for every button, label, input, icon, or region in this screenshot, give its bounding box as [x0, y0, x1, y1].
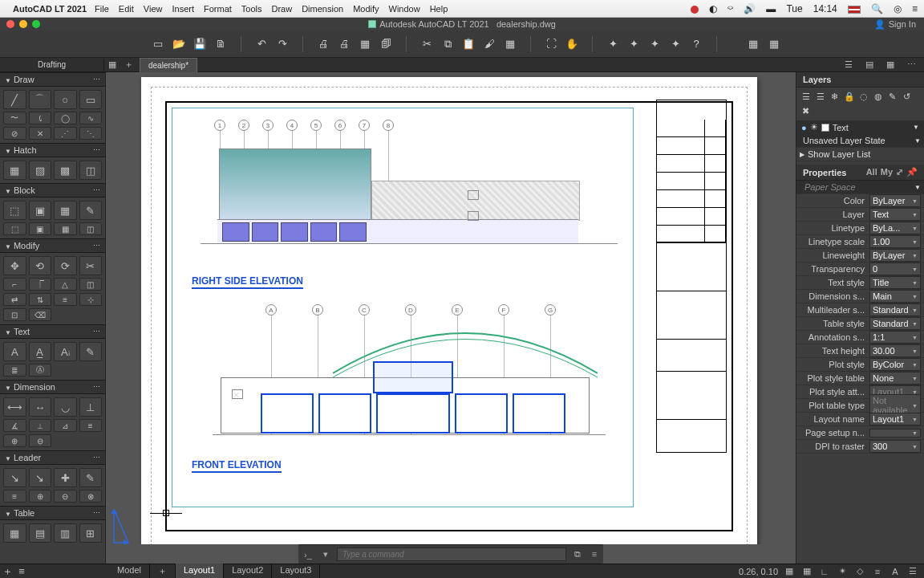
- layout-new-tab[interactable]: ＋: [150, 564, 176, 578]
- panel-header-leader[interactable]: ▼Leader⋯: [0, 450, 105, 465]
- dimension-tool-7[interactable]: ≡: [79, 419, 103, 432]
- text-tool-4[interactable]: ≣: [3, 364, 26, 377]
- clock-day[interactable]: Tue: [786, 3, 802, 14]
- modify-tool-2[interactable]: ⟳: [54, 256, 77, 275]
- prop-row-12[interactable]: Plot styleByColor▼: [796, 358, 924, 372]
- dimension-tool-2[interactable]: ◡: [54, 397, 77, 417]
- menu-file[interactable]: File: [95, 4, 109, 14]
- command-customize-icon[interactable]: ⧉: [571, 548, 584, 561]
- layer-color-swatch[interactable]: [821, 124, 829, 132]
- modify-tool-4[interactable]: ⌐: [3, 278, 26, 291]
- prop-row-17[interactable]: Page setup n...▼: [796, 426, 924, 440]
- layer-iso-icon[interactable]: ◍: [872, 91, 884, 103]
- hatch-tool-3[interactable]: ◫: [79, 161, 103, 180]
- props-expand-icon[interactable]: ⤢: [896, 167, 903, 177]
- redo-button[interactable]: ↷: [274, 35, 291, 53]
- battery-icon[interactable]: ▬: [766, 3, 776, 14]
- siri-icon[interactable]: ◎: [894, 3, 902, 14]
- panel-header-modify[interactable]: ▼Modify⋯: [0, 238, 105, 253]
- panel-header-table[interactable]: ▼Table⋯: [0, 506, 105, 520]
- table-tool-3[interactable]: ⊞: [79, 523, 103, 543]
- block-tool-4[interactable]: ⬚: [3, 222, 26, 235]
- hatch-tool-1[interactable]: ▨: [29, 161, 52, 180]
- modify-tool-5[interactable]: ⎾: [29, 278, 52, 291]
- layer-lock-icon[interactable]: 🔒: [843, 91, 855, 103]
- menu-view[interactable]: View: [144, 4, 163, 14]
- volume-icon[interactable]: 🔊: [744, 3, 756, 14]
- modify-tool-0[interactable]: ✥: [3, 256, 26, 275]
- lineweight-toggle[interactable]: ≡: [871, 565, 884, 578]
- menu-dimension[interactable]: Dimension: [302, 4, 343, 14]
- block-tool-5[interactable]: ▣: [29, 222, 52, 235]
- layout-tab-layout1[interactable]: Layout1: [176, 564, 224, 578]
- palette-more-icon[interactable]: ⋯: [905, 59, 918, 71]
- ortho-toggle[interactable]: ∟: [818, 565, 831, 578]
- spotlight-icon[interactable]: 🔍: [871, 3, 883, 14]
- modify-tool-9[interactable]: ⇅: [29, 293, 52, 306]
- tabs-add-icon[interactable]: ＋: [122, 59, 135, 71]
- layer-states-icon[interactable]: ☰: [814, 91, 826, 103]
- osnap-toggle[interactable]: ◇: [853, 565, 866, 578]
- wifi-icon[interactable]: ⌔: [727, 3, 733, 14]
- modify-tool-8[interactable]: ⇄: [3, 293, 26, 306]
- layer-match-icon[interactable]: ✎: [886, 91, 898, 103]
- layout-tab-layout2[interactable]: Layout2: [224, 564, 272, 578]
- show-layer-list[interactable]: ▶Show Layer List: [796, 148, 924, 161]
- panel-header-hatch[interactable]: ▼Hatch⋯: [0, 143, 105, 157]
- leader-tool-2[interactable]: ✚: [54, 468, 77, 487]
- help-button[interactable]: ?: [687, 35, 705, 53]
- draw-tool-1[interactable]: ⌒: [29, 90, 52, 109]
- prop-row-4[interactable]: LineweightByLayer▼: [796, 249, 924, 263]
- window-close-button[interactable]: [6, 20, 14, 28]
- prop-row-10[interactable]: Annotation s...1:1▼: [796, 331, 924, 344]
- annoscale-toggle[interactable]: A: [889, 565, 902, 578]
- dimension-tool-4[interactable]: ∡: [3, 419, 26, 432]
- app-menu[interactable]: AutoCAD LT 2021: [13, 4, 87, 14]
- customize-status-icon[interactable]: ☰: [906, 565, 919, 578]
- area-button[interactable]: ✦: [625, 35, 642, 53]
- layer-delete-icon[interactable]: ✖: [800, 105, 812, 117]
- props-pin-icon[interactable]: 📌: [906, 167, 918, 177]
- prop-row-8[interactable]: Multileader s...Standard▼: [796, 303, 924, 317]
- file-tab-active[interactable]: dealership*: [140, 58, 197, 72]
- prop-row-13[interactable]: Plot style tableNone▼: [796, 372, 924, 385]
- menu-tools[interactable]: Tools: [241, 4, 262, 14]
- menu-window[interactable]: Window: [389, 4, 420, 14]
- table-tool-0[interactable]: ▦: [3, 523, 26, 543]
- text-tool-5[interactable]: Ⓐ: [29, 364, 52, 377]
- menu-help[interactable]: Help: [430, 4, 448, 14]
- layer-state-selector[interactable]: Unsaved Layer State▼: [796, 134, 924, 148]
- menu-insert[interactable]: Insert: [172, 4, 194, 14]
- command-input[interactable]: [337, 547, 566, 561]
- cut-button[interactable]: ✂: [418, 35, 436, 53]
- prop-row-0[interactable]: ColorByLayer▼: [796, 194, 924, 208]
- save-button[interactable]: 💾: [191, 35, 209, 53]
- palette-props-icon[interactable]: ▤: [863, 59, 876, 71]
- menu-edit[interactable]: Edit: [119, 4, 134, 14]
- leader-tool-3[interactable]: ✎: [79, 468, 103, 487]
- leader-tool-1[interactable]: ↘: [29, 468, 52, 487]
- command-dropdown-icon[interactable]: ▾: [319, 548, 332, 561]
- input-source-icon[interactable]: [848, 6, 861, 14]
- modify-tool-11[interactable]: ⊹: [79, 293, 103, 306]
- match-props-button[interactable]: 🖌: [480, 35, 498, 53]
- clock-time[interactable]: 14:14: [813, 3, 837, 14]
- paste-button[interactable]: 📋: [460, 35, 477, 53]
- draw-tool-5[interactable]: ⤹: [29, 112, 52, 124]
- drawing-area[interactable]: 12345678 ✕ ✕: [106, 72, 796, 564]
- layout-tab-model[interactable]: Model: [109, 564, 150, 578]
- pan-button[interactable]: ✋: [563, 35, 581, 53]
- prop-row-15[interactable]: Plot table typeNot available▼: [796, 399, 924, 413]
- prop-row-6[interactable]: Text styleTitle▼: [796, 276, 924, 290]
- prop-row-18[interactable]: DPI to raster300▼: [796, 440, 924, 454]
- menu-modify[interactable]: Modify: [353, 4, 379, 14]
- prop-row-9[interactable]: Table styleStandard▼: [796, 317, 924, 331]
- saveas-button[interactable]: 🗎: [212, 35, 229, 53]
- modify-tool-3[interactable]: ✂: [79, 256, 103, 275]
- dimension-tool-9[interactable]: ⊖: [29, 434, 52, 447]
- measure-button[interactable]: ✦: [667, 35, 684, 53]
- polar-toggle[interactable]: ✴: [836, 565, 849, 578]
- props-my-filter[interactable]: My: [881, 167, 893, 177]
- region-button[interactable]: ✦: [646, 35, 663, 53]
- layer-freeze-state-icon[interactable]: ☀: [810, 122, 818, 132]
